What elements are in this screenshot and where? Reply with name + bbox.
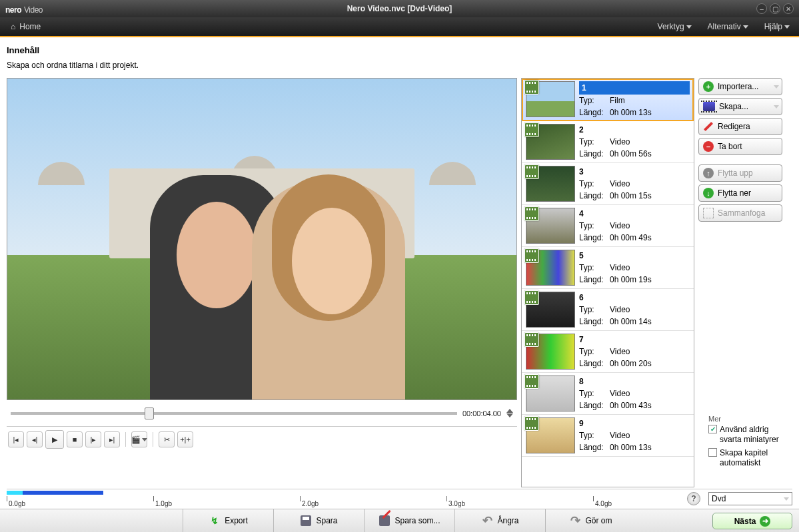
ruler-tick: 1.0gb	[153, 496, 172, 501]
clip-item[interactable]: 8Typ:VideoLängd:0h 00m 43s	[522, 373, 694, 415]
menu-tools[interactable]: Verktyg	[654, 19, 696, 34]
import-button[interactable]: +Importera...	[698, 78, 782, 95]
filmstrip-icon	[703, 102, 715, 111]
menu-help[interactable]: Hjälp	[760, 19, 794, 34]
home-label: Home	[19, 22, 41, 31]
checkbox-black-thumbs[interactable]: ✔	[708, 425, 717, 433]
clip-item[interactable]: 7Typ:VideoLängd:0h 00m 20s	[522, 331, 694, 373]
clip-length-label: Längd:	[579, 274, 610, 286]
disc-type-select[interactable]: Dvd	[708, 492, 792, 505]
stop-button[interactable]: ■	[67, 431, 83, 447]
home-button[interactable]: ⌂ Home	[5, 19, 46, 34]
close-button[interactable]: ✕	[783, 3, 794, 14]
clip-item[interactable]: 1Typ:FilmLängd:0h 00m 13s	[522, 79, 694, 121]
arrow-right-icon: ➜	[760, 516, 770, 527]
minimize-button[interactable]: –	[756, 3, 767, 14]
clip-info: 2Typ:VideoLängd:0h 00m 56s	[579, 124, 690, 160]
navbar: ⌂ Home Verktyg Alternativ Hjälp	[0, 17, 799, 37]
clip-type: Video	[610, 178, 690, 190]
move-up-button[interactable]: ↑Flytta upp	[698, 164, 782, 182]
maximize-button[interactable]: ▢	[770, 3, 780, 14]
clip-number: 7	[579, 334, 690, 346]
clip-type: Video	[610, 429, 690, 441]
merge-button[interactable]: Sammanfoga	[698, 204, 782, 222]
ruler-tick: 2.0gb	[300, 496, 319, 501]
redo-icon: ↷	[569, 515, 581, 527]
cut-button[interactable]: ✂	[159, 431, 175, 447]
clip-type-label: Typ:	[579, 388, 610, 399]
clip-number: 9	[579, 417, 690, 429]
clip-type: Video	[610, 346, 690, 358]
film-icon	[524, 123, 539, 137]
nudge-up-button[interactable]	[506, 409, 513, 413]
timeline-slider[interactable]	[11, 412, 457, 415]
undo-button[interactable]: ↶Ångra	[454, 509, 545, 532]
clip-type-label: Typ:	[579, 262, 610, 274]
clip-number: 6	[579, 292, 690, 304]
chevron-down-icon	[686, 25, 692, 29]
clip-type: Film	[610, 95, 690, 107]
film-icon	[524, 374, 539, 389]
clip-item[interactable]: 3Typ:VideoLängd:0h 00m 15s	[522, 163, 694, 205]
prev-frame-button[interactable]: ◂|	[27, 431, 43, 447]
clip-type: Video	[610, 388, 690, 399]
film-icon	[524, 248, 539, 263]
next-button[interactable]: Nästa➜	[712, 513, 792, 529]
help-button[interactable]: ?	[687, 492, 700, 505]
clip-number: 8	[579, 376, 690, 388]
more-header: Mer	[708, 415, 792, 423]
preview-pane[interactable]	[7, 78, 517, 400]
clip-type-label: Typ:	[579, 304, 610, 316]
page-subtitle: Skapa och ordna titlarna i ditt projekt.	[7, 61, 792, 70]
pencil-icon	[704, 122, 713, 131]
clip-number: 1	[579, 81, 690, 95]
save-as-button[interactable]: Spara som...	[364, 509, 454, 532]
clip-type-label: Typ:	[579, 95, 610, 107]
clip-info: 7Typ:VideoLängd:0h 00m 20s	[579, 334, 690, 370]
undo-icon: ↶	[481, 515, 493, 527]
clip-type-label: Typ:	[579, 429, 610, 441]
slider-thumb[interactable]	[145, 407, 154, 419]
nudge-down-button[interactable]	[506, 413, 513, 417]
clapperboard-button[interactable]: 🎬	[131, 431, 147, 447]
goto-end-button[interactable]: ▸|	[104, 431, 120, 447]
titlebar: neroVideo Nero Video.nvc [Dvd-Video] – ▢…	[0, 0, 799, 17]
delete-button[interactable]: –Ta bort	[698, 138, 782, 155]
clip-info: 3Typ:VideoLängd:0h 00m 15s	[579, 166, 690, 202]
play-button[interactable]: ▶	[45, 430, 64, 449]
clip-length: 0h 00m 13s	[610, 441, 690, 453]
film-icon	[524, 164, 539, 179]
checkbox-auto-chapters[interactable]	[708, 448, 717, 457]
create-button[interactable]: Skapa...	[698, 98, 782, 115]
clip-info: 6Typ:VideoLängd:0h 00m 14s	[579, 292, 690, 328]
clip-info: 5Typ:VideoLängd:0h 00m 19s	[579, 250, 690, 286]
clip-item[interactable]: 6Typ:VideoLängd:0h 00m 14s	[522, 289, 694, 331]
timecode: 00:00:04.00	[462, 409, 501, 417]
chevron-down-icon	[784, 497, 789, 501]
clip-length: 0h 00m 19s	[610, 274, 690, 286]
clip-item[interactable]: 4Typ:VideoLängd:0h 00m 49s	[522, 205, 694, 247]
clip-item[interactable]: 5Typ:VideoLängd:0h 00m 19s	[522, 247, 694, 289]
checkbox-label: Skapa kapitel automatiskt	[720, 448, 792, 469]
goto-start-button[interactable]: |◂	[8, 431, 24, 447]
redo-button[interactable]: ↷Gör om	[545, 509, 636, 532]
clip-length-label: Längd:	[579, 232, 610, 244]
chevron-down-icon	[743, 25, 748, 29]
move-down-button[interactable]: ↓Flytta ner	[698, 184, 782, 202]
home-icon: ⌂	[11, 22, 15, 31]
split-button[interactable]: +|+	[177, 431, 193, 447]
edit-button[interactable]: Redigera	[698, 118, 782, 135]
clip-item[interactable]: 9Typ:VideoLängd:0h 00m 13s	[522, 415, 694, 457]
save-icon	[300, 515, 312, 527]
minus-icon: –	[703, 141, 714, 152]
menu-options[interactable]: Alternativ	[704, 19, 752, 34]
export-button[interactable]: ↯Export	[183, 509, 273, 532]
clip-number: 4	[579, 208, 690, 220]
clip-number: 5	[579, 250, 690, 262]
save-button[interactable]: Spara	[273, 509, 364, 532]
clip-length: 0h 00m 49s	[610, 232, 690, 244]
clip-info: 1Typ:FilmLängd:0h 00m 13s	[579, 81, 690, 119]
clip-list[interactable]: 1Typ:FilmLängd:0h 00m 13s2Typ:VideoLängd…	[521, 78, 694, 487]
next-frame-button[interactable]: |▸	[85, 431, 101, 447]
clip-item[interactable]: 2Typ:VideoLängd:0h 00m 56s	[522, 121, 694, 163]
